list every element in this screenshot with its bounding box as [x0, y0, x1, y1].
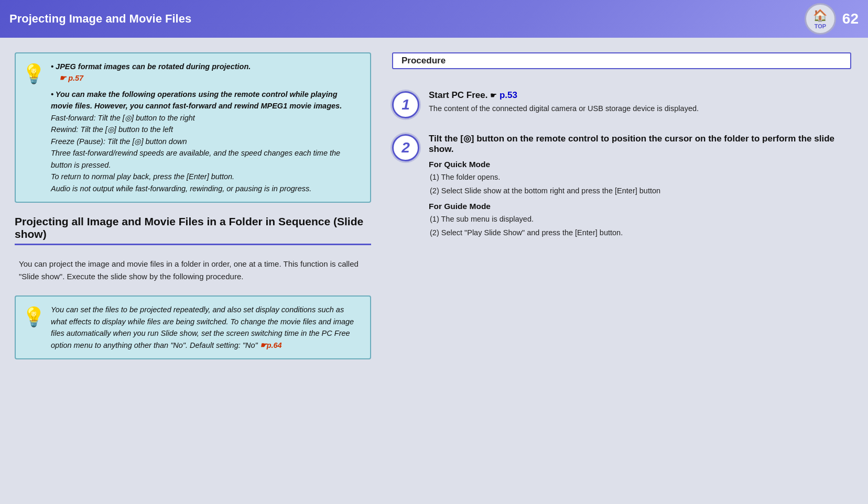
top-button[interactable]: 🏠 TOP	[805, 3, 836, 35]
step-2-number: 2	[392, 134, 419, 161]
page-title: Projecting Image and Movie Files	[9, 12, 191, 26]
steps-container: 1 Start PC Free. ☛ p.53 The content of t…	[392, 90, 851, 240]
right-column: Procedure 1 Start PC Free. ☛ p.53 The co…	[392, 52, 851, 359]
quick-mode-list: (1) The folder opens. (2) Select Slide s…	[429, 171, 851, 196]
section-heading: Projecting all Image and Movie Files in …	[15, 215, 371, 245]
procedure-label: Procedure	[392, 52, 851, 69]
info-box-2: 💡 You can set the files to be projected …	[15, 295, 371, 359]
header-right: 🏠 TOP 62	[805, 3, 859, 35]
info1-line3: Freeze (Pause): Tilt the [◎] button down	[51, 137, 187, 146]
house-icon: 🏠	[813, 9, 827, 23]
bulb-icon-2: 💡	[22, 306, 46, 351]
info-box-1: 💡 • JPEG format images can be rotated du…	[15, 52, 371, 203]
step-1-title: Start PC Free. ☛ p.53	[429, 90, 851, 101]
step-1-number: 1	[392, 91, 419, 118]
step-2: 2 Tilt the [◎] button on the remote cont…	[392, 133, 851, 240]
info2-link[interactable]: ☛p.64	[260, 341, 282, 349]
step-1-phone-icon: ☛	[490, 91, 497, 100]
guide-mode-list: (1) The sub menu is displayed. (2) Selec…	[429, 213, 851, 238]
info-content-2: You can set the files to be projected re…	[51, 304, 361, 351]
info1-link1[interactable]: ☛ p.57	[59, 74, 83, 82]
step-2-content: Tilt the [◎] button on the remote contro…	[429, 133, 851, 240]
info1-line4: Three fast-forward/rewind speeds are ava…	[51, 149, 340, 169]
step-1-title-text: Start PC Free.	[429, 90, 487, 100]
info1-bullet1: JPEG format images can be rotated during…	[56, 62, 251, 71]
page-header: Projecting Image and Movie Files 🏠 TOP 6…	[0, 0, 868, 38]
step-1-link[interactable]: p.53	[500, 90, 517, 100]
step-1-content: Start PC Free. ☛ p.53 The content of the…	[429, 90, 851, 118]
info2-text: You can set the files to be projected re…	[51, 305, 354, 349]
guide-mode-item-2: (2) Select "Play Slide Show" and press t…	[429, 227, 851, 238]
step-1: 1 Start PC Free. ☛ p.53 The content of t…	[392, 90, 851, 118]
left-column: 💡 • JPEG format images can be rotated du…	[15, 52, 371, 359]
info1-line1: Fast-forward: Tilt the [◎] button to the…	[51, 114, 195, 122]
info1-line2: Rewind: Tilt the [◎] button to the left	[51, 125, 173, 134]
bulb-icon-1: 💡	[22, 63, 46, 194]
quick-mode-item-2: (2) Select Slide show at the bottom righ…	[429, 185, 851, 196]
quick-mode-item-1: (1) The folder opens.	[429, 171, 851, 183]
top-label: TOP	[815, 23, 826, 29]
main-content: 💡 • JPEG format images can be rotated du…	[0, 38, 868, 374]
quick-mode-heading: For Quick Mode	[429, 160, 851, 169]
info1-bullet2: You can make the following operations us…	[51, 90, 342, 110]
guide-mode-heading: For Guide Mode	[429, 202, 851, 211]
info1-line5: To return to normal play back, press the…	[51, 172, 234, 181]
slide-show-desc: You can project the image and movie file…	[15, 258, 371, 283]
info1-line6: Audio is not output while fast-forwardin…	[51, 184, 311, 193]
guide-mode-item-1: (1) The sub menu is displayed.	[429, 213, 851, 225]
step-2-title: Tilt the [◎] button on the remote contro…	[429, 133, 851, 155]
step-1-desc: The content of the connected digital cam…	[429, 103, 851, 114]
page-number: 62	[842, 10, 859, 27]
info-content-1: • JPEG format images can be rotated duri…	[51, 61, 361, 194]
